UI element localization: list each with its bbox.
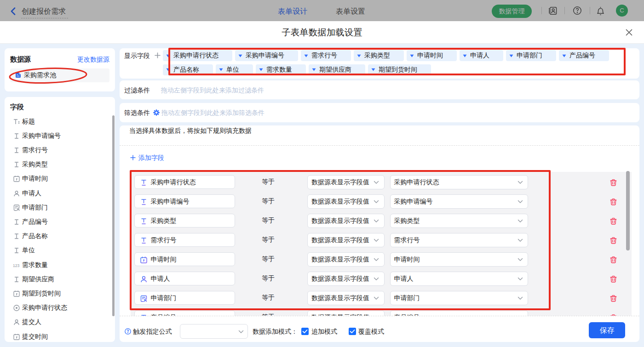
- svg-text:123: 123: [13, 263, 19, 267]
